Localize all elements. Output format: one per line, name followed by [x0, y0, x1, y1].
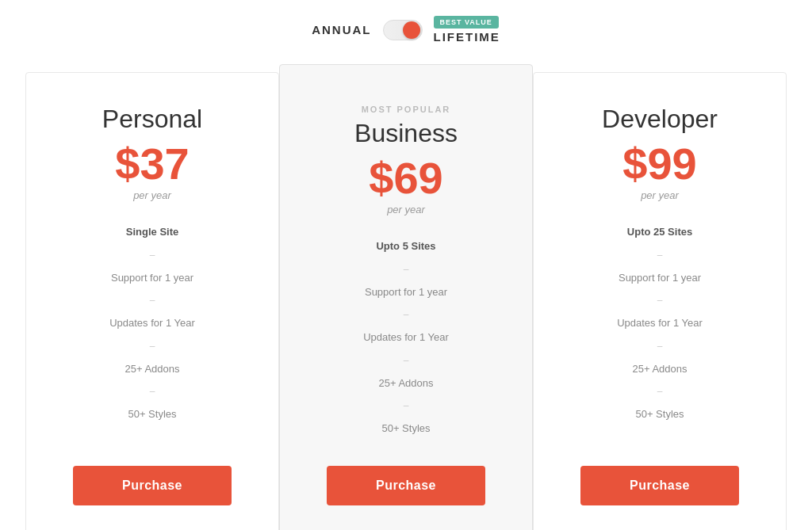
feature-item: 25+ Addons [557, 357, 762, 381]
feature-item: – [304, 258, 508, 280]
plan-card-developer: Developer $99 per year Upto 25 Sites–Sup… [533, 72, 787, 530]
feature-item: – [304, 349, 508, 372]
plan-features-list: Upto 25 Sites–Support for 1 year–Updates… [557, 220, 762, 440]
feature-item: – [304, 303, 508, 326]
feature-item: Upto 5 Sites [304, 234, 508, 258]
lifetime-area: BEST VALUE LIFETIME [434, 16, 500, 44]
feature-item: – [50, 380, 255, 402]
plan-price: $37 [115, 142, 189, 186]
plan-name: Business [354, 119, 458, 148]
purchase-button-developer[interactable]: Purchase [580, 466, 739, 505]
plan-features-list: Single Site–Support for 1 year–Updates f… [50, 220, 255, 440]
feature-item: 50+ Styles [50, 402, 255, 426]
toggle-track [383, 20, 423, 40]
plan-period: per year [387, 204, 425, 215]
plans-container: Personal $37 per year Single Site–Suppor… [25, 72, 787, 530]
feature-item: Support for 1 year [50, 266, 255, 290]
feature-item: – [304, 395, 508, 417]
feature-item: Support for 1 year [557, 266, 762, 290]
feature-item: Single Site [50, 220, 255, 244]
feature-item: – [50, 244, 255, 266]
billing-toggle[interactable] [383, 20, 423, 40]
lifetime-label: LIFETIME [434, 30, 500, 44]
plan-card-personal: Personal $37 per year Single Site–Suppor… [25, 72, 279, 530]
billing-toggle-area: ANNUAL BEST VALUE LIFETIME [312, 16, 500, 44]
feature-item: – [557, 335, 762, 357]
plan-period: per year [133, 189, 171, 201]
plan-period: per year [641, 189, 679, 201]
plan-name: Developer [602, 105, 718, 134]
plan-price: $99 [622, 142, 696, 186]
feature-item: 25+ Addons [304, 372, 508, 395]
feature-item: 50+ Styles [304, 417, 508, 440]
best-value-badge: BEST VALUE [434, 16, 499, 29]
annual-label: ANNUAL [312, 23, 371, 36]
feature-item: Support for 1 year [304, 280, 508, 304]
feature-item: – [50, 335, 255, 357]
feature-item: Updates for 1 Year [557, 311, 762, 335]
feature-item: Updates for 1 Year [50, 311, 255, 335]
feature-item: 25+ Addons [50, 357, 255, 381]
feature-item: – [557, 289, 762, 311]
plan-features-list: Upto 5 Sites–Support for 1 year–Updates … [304, 234, 508, 440]
plan-name: Personal [102, 105, 202, 134]
feature-item: Updates for 1 Year [304, 326, 508, 349]
feature-item: Upto 25 Sites [557, 220, 762, 244]
plan-price: $69 [369, 156, 442, 200]
purchase-button-personal[interactable]: Purchase [73, 466, 232, 505]
plan-card-business: MOST POPULAR Business $69 per year Upto … [279, 64, 533, 530]
most-popular-label: MOST POPULAR [362, 105, 451, 114]
feature-item: – [557, 244, 762, 266]
purchase-button-business[interactable]: Purchase [327, 466, 485, 505]
feature-item: – [50, 289, 255, 311]
feature-item: – [557, 380, 762, 402]
toggle-thumb [403, 21, 420, 39]
feature-item: 50+ Styles [557, 402, 762, 426]
